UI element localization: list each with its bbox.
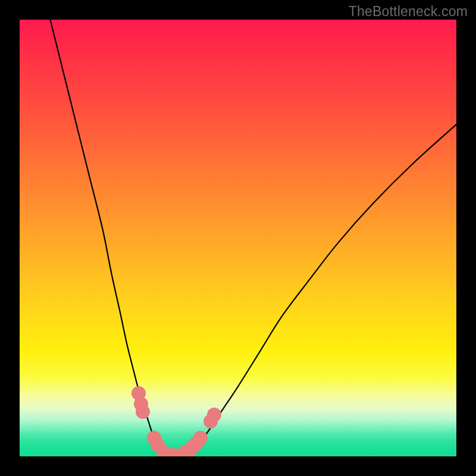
bottleneck-curve [50, 20, 456, 456]
plot-area [20, 20, 456, 456]
watermark-text: TheBottleneck.com [349, 4, 468, 20]
chart-frame: TheBottleneck.com [0, 0, 476, 476]
data-marker [207, 408, 221, 422]
data-marker [136, 405, 150, 419]
curve-layer [20, 20, 456, 456]
data-marker [193, 431, 208, 445]
